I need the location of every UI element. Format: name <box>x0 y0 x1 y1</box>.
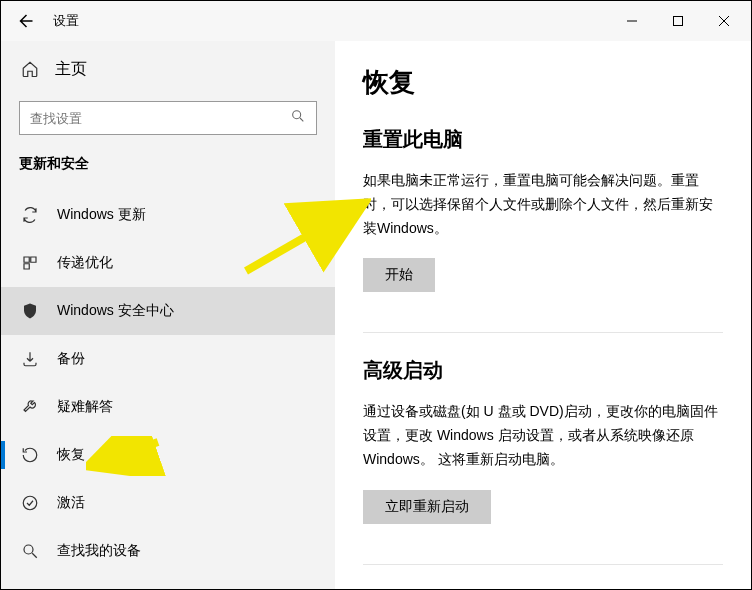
sidebar-item-label: 备份 <box>57 350 85 368</box>
advanced-description: 通过设备或磁盘(如 U 盘或 DVD)启动，更改你的电脑固件设置，更改 Wind… <box>363 400 723 471</box>
backup-icon <box>21 350 39 368</box>
maximize-button[interactable] <box>655 5 701 37</box>
arrow-left-icon <box>16 12 34 30</box>
reset-heading: 重置此电脑 <box>363 126 723 153</box>
divider <box>363 564 723 565</box>
sync-arrows-icon <box>21 206 39 224</box>
window-title: 设置 <box>53 12 79 30</box>
svg-point-4 <box>23 496 37 510</box>
sidebar-item-label: 激活 <box>57 494 85 512</box>
svg-line-6 <box>32 553 37 558</box>
window-controls <box>609 5 747 37</box>
sidebar-item-label: 恢复 <box>57 446 85 464</box>
recovery-icon <box>21 446 39 464</box>
divider <box>363 332 723 333</box>
close-button[interactable] <box>701 5 747 37</box>
delivery-icon <box>21 254 39 272</box>
reset-start-button[interactable]: 开始 <box>363 258 435 292</box>
home-label: 主页 <box>55 59 87 80</box>
content-pane: 恢复 重置此电脑 如果电脑未正常运行，重置电脑可能会解决问题。重置时，可以选择保… <box>335 41 751 589</box>
search-box[interactable] <box>19 101 317 135</box>
sidebar-item-label: 传递优化 <box>57 254 113 272</box>
sidebar-item-delivery-optimization[interactable]: 传递优化 <box>1 239 335 287</box>
svg-point-2 <box>293 111 301 119</box>
sidebar-item-label: Windows 更新 <box>57 206 146 224</box>
advanced-heading: 高级启动 <box>363 357 723 384</box>
home-icon <box>21 60 39 78</box>
find-device-icon <box>21 542 39 560</box>
section-header: 更新和安全 <box>1 149 335 191</box>
shield-icon <box>21 302 39 320</box>
reset-description: 如果电脑未正常运行，重置电脑可能会解决问题。重置时，可以选择保留个人文件或删除个… <box>363 169 723 240</box>
troubleshoot-icon <box>21 398 39 416</box>
sidebar-item-windows-security[interactable]: Windows 安全中心 <box>1 287 335 335</box>
svg-rect-1 <box>674 17 683 26</box>
close-icon <box>718 15 730 27</box>
sidebar-item-label: 查找我的设备 <box>57 542 141 560</box>
minimize-button[interactable] <box>609 5 655 37</box>
sidebar-item-label: 疑难解答 <box>57 398 113 416</box>
sidebar-item-label: Windows 安全中心 <box>57 302 174 320</box>
maximize-icon <box>672 15 684 27</box>
minimize-icon <box>626 15 638 27</box>
advanced-restart-button[interactable]: 立即重新启动 <box>363 490 491 524</box>
sidebar-item-find-device[interactable]: 查找我的设备 <box>1 527 335 575</box>
svg-point-5 <box>24 545 33 554</box>
page-title: 恢复 <box>363 65 723 100</box>
activation-icon <box>21 494 39 512</box>
svg-line-3 <box>300 118 303 121</box>
home-nav[interactable]: 主页 <box>1 47 335 91</box>
sidebar-item-activation[interactable]: 激活 <box>1 479 335 527</box>
sidebar-item-recovery[interactable]: 恢复 <box>1 431 335 479</box>
sidebar-item-troubleshoot[interactable]: 疑难解答 <box>1 383 335 431</box>
search-input[interactable] <box>30 111 290 126</box>
back-button[interactable] <box>5 1 45 41</box>
sidebar-item-windows-update[interactable]: Windows 更新 <box>1 191 335 239</box>
sidebar: 主页 更新和安全 Windows 更新 <box>1 41 335 589</box>
titlebar: 设置 <box>1 1 751 41</box>
search-icon <box>290 108 306 128</box>
sidebar-item-backup[interactable]: 备份 <box>1 335 335 383</box>
